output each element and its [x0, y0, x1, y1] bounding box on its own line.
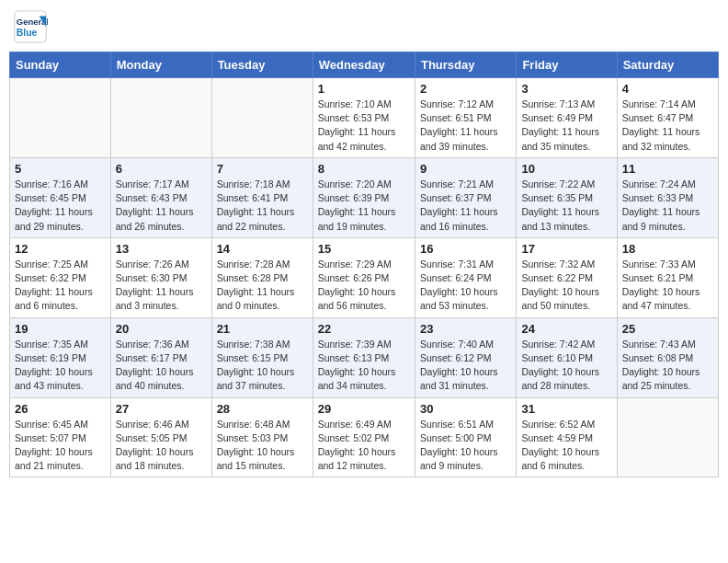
day-number: 10 [521, 162, 611, 176]
calendar-cell: 28Sunrise: 6:48 AM Sunset: 5:03 PM Dayli… [211, 397, 313, 477]
day-number: 18 [622, 242, 713, 256]
calendar-cell [211, 78, 313, 158]
calendar-week-row: 19Sunrise: 7:35 AM Sunset: 6:19 PM Dayli… [10, 317, 719, 397]
calendar-week-row: 12Sunrise: 7:25 AM Sunset: 6:32 PM Dayli… [10, 237, 719, 317]
calendar-cell: 3Sunrise: 7:13 AM Sunset: 6:49 PM Daylig… [517, 78, 617, 158]
weekday-header-monday: Monday [110, 52, 211, 78]
day-number: 16 [420, 242, 511, 256]
logo-icon: General Blue [13, 9, 48, 44]
calendar-cell [617, 397, 718, 477]
calendar-table: SundayMondayTuesdayWednesdayThursdayFrid… [9, 52, 719, 477]
day-number: 11 [622, 162, 713, 176]
day-number: 28 [217, 402, 308, 416]
calendar-cell: 12Sunrise: 7:25 AM Sunset: 6:32 PM Dayli… [10, 237, 111, 317]
day-number: 30 [420, 402, 511, 416]
calendar-cell: 30Sunrise: 6:51 AM Sunset: 5:00 PM Dayli… [415, 397, 516, 477]
weekday-header-thursday: Thursday [415, 52, 516, 78]
calendar-cell: 18Sunrise: 7:33 AM Sunset: 6:21 PM Dayli… [617, 237, 718, 317]
calendar-cell: 21Sunrise: 7:38 AM Sunset: 6:15 PM Dayli… [211, 317, 313, 397]
calendar-cell: 31Sunrise: 6:52 AM Sunset: 4:59 PM Dayli… [517, 397, 617, 477]
day-info: Sunrise: 7:25 AM Sunset: 6:32 PM Dayligh… [15, 258, 106, 314]
day-info: Sunrise: 6:46 AM Sunset: 5:05 PM Dayligh… [116, 418, 207, 474]
weekday-header-sunday: Sunday [10, 52, 111, 78]
calendar-cell: 14Sunrise: 7:28 AM Sunset: 6:28 PM Dayli… [211, 237, 313, 317]
calendar-week-row: 26Sunrise: 6:45 AM Sunset: 5:07 PM Dayli… [10, 397, 719, 477]
day-info: Sunrise: 7:10 AM Sunset: 6:53 PM Dayligh… [318, 98, 410, 154]
logo: General Blue [13, 9, 48, 44]
day-info: Sunrise: 7:17 AM Sunset: 6:43 PM Dayligh… [116, 178, 207, 234]
svg-text:Blue: Blue [17, 28, 38, 38]
weekday-header-wednesday: Wednesday [313, 52, 415, 78]
calendar-cell: 9Sunrise: 7:21 AM Sunset: 6:37 PM Daylig… [415, 157, 516, 237]
day-info: Sunrise: 6:45 AM Sunset: 5:07 PM Dayligh… [15, 418, 106, 474]
calendar-cell: 10Sunrise: 7:22 AM Sunset: 6:35 PM Dayli… [517, 157, 617, 237]
day-info: Sunrise: 7:24 AM Sunset: 6:33 PM Dayligh… [622, 178, 713, 234]
calendar-cell: 11Sunrise: 7:24 AM Sunset: 6:33 PM Dayli… [617, 157, 718, 237]
calendar-cell: 2Sunrise: 7:12 AM Sunset: 6:51 PM Daylig… [415, 78, 516, 158]
day-number: 15 [318, 242, 410, 256]
day-info: Sunrise: 7:18 AM Sunset: 6:41 PM Dayligh… [217, 178, 308, 234]
day-number: 20 [116, 322, 207, 336]
day-number: 4 [622, 82, 713, 96]
calendar-cell: 5Sunrise: 7:16 AM Sunset: 6:45 PM Daylig… [10, 157, 111, 237]
calendar-cell: 16Sunrise: 7:31 AM Sunset: 6:24 PM Dayli… [415, 237, 516, 317]
day-info: Sunrise: 6:49 AM Sunset: 5:02 PM Dayligh… [318, 418, 410, 474]
day-info: Sunrise: 7:40 AM Sunset: 6:12 PM Dayligh… [420, 338, 511, 394]
day-info: Sunrise: 7:13 AM Sunset: 6:49 PM Dayligh… [521, 98, 611, 154]
day-info: Sunrise: 6:48 AM Sunset: 5:03 PM Dayligh… [217, 418, 308, 474]
day-number: 27 [116, 402, 207, 416]
day-info: Sunrise: 7:32 AM Sunset: 6:22 PM Dayligh… [521, 258, 611, 314]
calendar-week-row: 5Sunrise: 7:16 AM Sunset: 6:45 PM Daylig… [10, 157, 719, 237]
calendar-cell: 23Sunrise: 7:40 AM Sunset: 6:12 PM Dayli… [415, 317, 516, 397]
calendar-cell: 7Sunrise: 7:18 AM Sunset: 6:41 PM Daylig… [211, 157, 313, 237]
day-info: Sunrise: 7:43 AM Sunset: 6:08 PM Dayligh… [622, 338, 713, 394]
day-info: Sunrise: 7:35 AM Sunset: 6:19 PM Dayligh… [15, 338, 106, 394]
calendar-cell: 24Sunrise: 7:42 AM Sunset: 6:10 PM Dayli… [517, 317, 617, 397]
calendar-cell: 29Sunrise: 6:49 AM Sunset: 5:02 PM Dayli… [313, 397, 415, 477]
calendar-cell: 1Sunrise: 7:10 AM Sunset: 6:53 PM Daylig… [313, 78, 415, 158]
day-number: 5 [15, 162, 106, 176]
weekday-header-saturday: Saturday [617, 52, 718, 78]
day-info: Sunrise: 6:51 AM Sunset: 5:00 PM Dayligh… [420, 418, 511, 474]
calendar-cell [110, 78, 211, 158]
day-number: 21 [217, 322, 308, 336]
page-header: General Blue [9, 9, 719, 44]
day-number: 22 [318, 322, 410, 336]
day-number: 24 [521, 322, 611, 336]
day-number: 3 [521, 82, 611, 96]
day-number: 9 [420, 162, 511, 176]
calendar-cell: 22Sunrise: 7:39 AM Sunset: 6:13 PM Dayli… [313, 317, 415, 397]
day-info: Sunrise: 6:52 AM Sunset: 4:59 PM Dayligh… [521, 418, 611, 474]
day-info: Sunrise: 7:16 AM Sunset: 6:45 PM Dayligh… [15, 178, 106, 234]
day-number: 23 [420, 322, 511, 336]
calendar-cell: 20Sunrise: 7:36 AM Sunset: 6:17 PM Dayli… [110, 317, 211, 397]
weekday-header-friday: Friday [517, 52, 617, 78]
day-number: 25 [622, 322, 713, 336]
calendar-cell: 25Sunrise: 7:43 AM Sunset: 6:08 PM Dayli… [617, 317, 718, 397]
calendar-cell: 17Sunrise: 7:32 AM Sunset: 6:22 PM Dayli… [517, 237, 617, 317]
calendar-cell: 27Sunrise: 6:46 AM Sunset: 5:05 PM Dayli… [110, 397, 211, 477]
day-info: Sunrise: 7:26 AM Sunset: 6:30 PM Dayligh… [116, 258, 207, 314]
day-number: 12 [15, 242, 106, 256]
calendar-cell [10, 78, 111, 158]
day-info: Sunrise: 7:22 AM Sunset: 6:35 PM Dayligh… [521, 178, 611, 234]
day-number: 2 [420, 82, 511, 96]
day-info: Sunrise: 7:33 AM Sunset: 6:21 PM Dayligh… [622, 258, 713, 314]
weekday-header-row: SundayMondayTuesdayWednesdayThursdayFrid… [10, 52, 719, 78]
day-info: Sunrise: 7:21 AM Sunset: 6:37 PM Dayligh… [420, 178, 511, 234]
day-info: Sunrise: 7:31 AM Sunset: 6:24 PM Dayligh… [420, 258, 511, 314]
calendar-cell: 13Sunrise: 7:26 AM Sunset: 6:30 PM Dayli… [110, 237, 211, 317]
day-info: Sunrise: 7:12 AM Sunset: 6:51 PM Dayligh… [420, 98, 511, 154]
day-info: Sunrise: 7:29 AM Sunset: 6:26 PM Dayligh… [318, 258, 410, 314]
day-number: 17 [521, 242, 611, 256]
day-number: 1 [318, 82, 410, 96]
day-number: 7 [217, 162, 308, 176]
day-info: Sunrise: 7:28 AM Sunset: 6:28 PM Dayligh… [217, 258, 308, 314]
day-number: 8 [318, 162, 410, 176]
calendar-week-row: 1Sunrise: 7:10 AM Sunset: 6:53 PM Daylig… [10, 78, 719, 158]
calendar-cell: 26Sunrise: 6:45 AM Sunset: 5:07 PM Dayli… [10, 397, 111, 477]
calendar-cell: 15Sunrise: 7:29 AM Sunset: 6:26 PM Dayli… [313, 237, 415, 317]
weekday-header-tuesday: Tuesday [211, 52, 313, 78]
calendar-cell: 4Sunrise: 7:14 AM Sunset: 6:47 PM Daylig… [617, 78, 718, 158]
calendar-cell: 19Sunrise: 7:35 AM Sunset: 6:19 PM Dayli… [10, 317, 111, 397]
